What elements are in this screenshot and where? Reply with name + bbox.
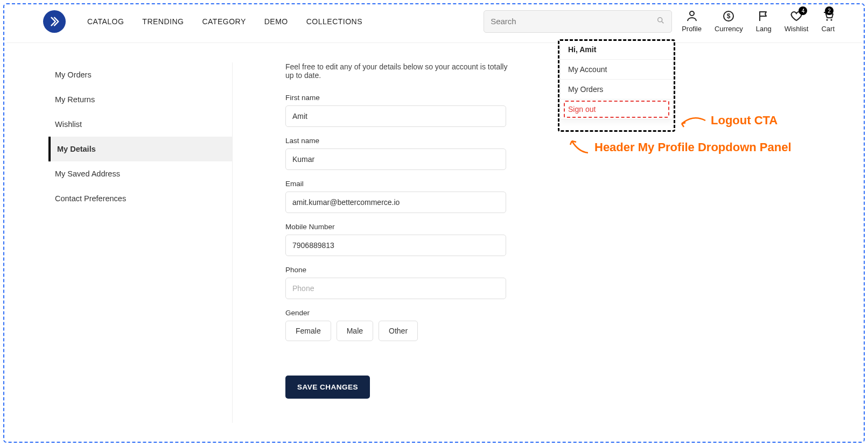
nav-category[interactable]: CATEGORY <box>202 17 246 26</box>
lang-button[interactable]: Lang <box>756 10 772 33</box>
cart-label: Cart <box>821 25 835 33</box>
sidebar-item-saved-address[interactable]: My Saved Address <box>48 161 232 186</box>
gender-label: Gender <box>285 309 513 317</box>
gender-other-button[interactable]: Other <box>379 321 418 341</box>
currency-button[interactable]: $ Currency <box>715 10 743 33</box>
arrow-icon <box>569 139 590 156</box>
first-name-input[interactable] <box>285 105 506 127</box>
cart-badge: 2 <box>825 6 834 15</box>
nav-demo[interactable]: DEMO <box>264 17 288 26</box>
svg-point-5 <box>826 19 828 20</box>
flag-icon <box>757 10 770 23</box>
phone-input[interactable] <box>285 278 506 299</box>
gender-female-button[interactable]: Female <box>285 321 331 341</box>
sidebar-item-contact-prefs[interactable]: Contact Preferences <box>48 186 232 211</box>
logo-icon <box>48 16 60 27</box>
main-nav: CATALOG TRENDING CATEGORY DEMO COLLECTIO… <box>87 17 362 26</box>
header: CATALOG TRENDING CATEGORY DEMO COLLECTIO… <box>6 0 862 43</box>
lang-label: Lang <box>756 25 772 33</box>
dollar-icon: $ <box>722 10 735 23</box>
email-label: Email <box>285 180 513 188</box>
nav-catalog[interactable]: CATALOG <box>87 17 124 26</box>
my-details-form: Feel free to edit any of your details be… <box>233 62 513 423</box>
save-changes-button[interactable]: SAVE CHANGES <box>285 376 370 399</box>
content-area: My Orders My Returns Wishlist My Details… <box>6 43 862 423</box>
annotation-logout: Logout CTA <box>680 113 778 128</box>
mobile-label: Mobile Number <box>285 223 513 231</box>
annotation-logout-text: Logout CTA <box>711 114 778 128</box>
arrow-icon <box>680 113 706 128</box>
dropdown-greeting: Hi, Amit <box>561 40 673 60</box>
last-name-label: Last name <box>285 137 513 145</box>
profile-label: Profile <box>682 25 702 33</box>
svg-point-2 <box>690 11 694 16</box>
first-name-label: First name <box>285 94 513 102</box>
annotation-panel-text: Header My Profile Dropdown Panel <box>594 140 792 154</box>
wishlist-label: Wishlist <box>785 25 809 33</box>
search-input[interactable] <box>491 17 656 26</box>
account-sidebar: My Orders My Returns Wishlist My Details… <box>48 62 233 423</box>
intro-text: Feel free to edit any of your details be… <box>285 62 513 80</box>
wishlist-badge: 4 <box>799 6 807 15</box>
mobile-input[interactable] <box>285 235 506 256</box>
email-input[interactable] <box>285 192 506 213</box>
svg-point-0 <box>658 17 662 22</box>
signout-label: Sign out <box>568 105 596 114</box>
header-icons: Profile $ Currency Lang 4 Wishlist <box>682 10 835 33</box>
dropdown-my-orders[interactable]: My Orders <box>561 80 673 100</box>
search-box[interactable] <box>484 10 672 33</box>
svg-text:$: $ <box>727 12 731 20</box>
profile-button[interactable]: Profile <box>682 10 702 33</box>
svg-line-1 <box>662 22 663 23</box>
gender-male-button[interactable]: Male <box>337 321 373 341</box>
search-icon <box>656 16 665 27</box>
cart-button[interactable]: 2 Cart <box>821 10 835 33</box>
annotation-panel: Header My Profile Dropdown Panel <box>569 139 792 156</box>
currency-label: Currency <box>715 25 743 33</box>
phone-label: Phone <box>285 266 513 274</box>
nav-collections[interactable]: COLLECTIONS <box>306 17 362 26</box>
profile-dropdown: Hi, Amit My Account My Orders Sign out <box>560 39 673 119</box>
nav-trending[interactable]: TRENDING <box>142 17 184 26</box>
sidebar-item-my-returns[interactable]: My Returns <box>48 87 232 112</box>
wishlist-button[interactable]: 4 Wishlist <box>785 10 809 33</box>
dropdown-my-account[interactable]: My Account <box>561 60 673 80</box>
dropdown-signout[interactable]: Sign out <box>561 100 673 119</box>
sidebar-item-my-details[interactable]: My Details <box>48 137 232 161</box>
svg-point-6 <box>830 19 832 20</box>
sidebar-item-my-orders[interactable]: My Orders <box>48 62 232 87</box>
brand-logo[interactable] <box>43 10 66 33</box>
sidebar-item-wishlist[interactable]: Wishlist <box>48 112 232 137</box>
user-icon <box>685 10 698 23</box>
last-name-input[interactable] <box>285 148 506 170</box>
